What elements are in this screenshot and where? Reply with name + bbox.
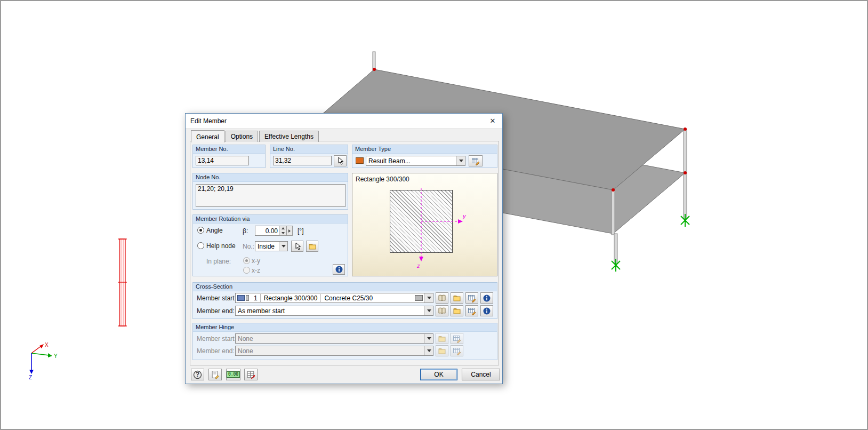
chevron-down-icon[interactable] bbox=[424, 293, 433, 302]
tab-general[interactable]: General bbox=[191, 130, 224, 142]
plane-xz-label: x-z bbox=[252, 267, 260, 274]
cancel-button[interactable]: Cancel bbox=[462, 369, 500, 380]
calculator-button[interactable]: 0.00 bbox=[226, 369, 240, 380]
node-no-textarea[interactable]: 21,20; 20,19 bbox=[196, 184, 345, 207]
edit-hinge-button[interactable] bbox=[451, 333, 463, 344]
edit-section-button[interactable] bbox=[465, 292, 478, 304]
column[interactable] bbox=[612, 190, 615, 235]
member-end-section-combo[interactable]: As member start bbox=[235, 306, 433, 316]
help-node-no-label: No.: bbox=[243, 243, 254, 250]
close-icon[interactable]: ✕ bbox=[485, 115, 501, 127]
help-button[interactable]: ? bbox=[191, 369, 204, 380]
section-shape-swatch bbox=[246, 295, 249, 301]
hinge-end-combo[interactable]: None bbox=[235, 346, 433, 356]
units-settings-button[interactable] bbox=[244, 369, 258, 380]
group-cross-section: Cross-Section Member start: 1 Rectangle … bbox=[192, 282, 497, 319]
rotation-info-button[interactable] bbox=[333, 264, 345, 275]
column[interactable] bbox=[684, 173, 687, 219]
cancel-button-label: Cancel bbox=[471, 371, 491, 378]
comment-button[interactable] bbox=[208, 369, 222, 380]
member-type-combo[interactable]: Result Beam... bbox=[366, 156, 465, 166]
section-library-button[interactable] bbox=[436, 305, 448, 316]
edit-table-icon bbox=[468, 307, 476, 315]
chevron-down-icon[interactable] bbox=[424, 306, 433, 315]
plane-xz-radio[interactable] bbox=[243, 267, 250, 274]
section-info-button[interactable] bbox=[480, 292, 493, 304]
group-title: Member No. bbox=[193, 145, 265, 154]
comment-pencil-icon bbox=[211, 370, 220, 379]
member-end-section-value: As member start bbox=[236, 307, 424, 315]
chevron-down-icon[interactable] bbox=[424, 346, 433, 355]
rotation-angle-spinbox bbox=[255, 226, 293, 236]
new-section-button[interactable] bbox=[451, 292, 463, 304]
rotation-angle-input[interactable] bbox=[255, 226, 279, 236]
edit-member-type-button[interactable] bbox=[469, 155, 483, 166]
angle-radio[interactable] bbox=[197, 227, 204, 234]
member-no-input[interactable] bbox=[196, 156, 249, 165]
group-title: Member Hinge bbox=[193, 323, 497, 332]
material-color-swatch bbox=[415, 295, 423, 301]
tab-options[interactable]: Options bbox=[226, 131, 258, 142]
member-end-label: Member end: bbox=[197, 307, 235, 315]
group-member-no: Member No. bbox=[192, 145, 266, 168]
member-start-section-combo[interactable]: 1 Rectangle 300/300 Concrete C25/30 bbox=[235, 293, 433, 303]
hinge-start-value: None bbox=[236, 335, 424, 343]
pick-node-button[interactable] bbox=[291, 241, 303, 252]
edit-table-icon bbox=[471, 157, 480, 165]
plane-xy-label: x-y bbox=[252, 257, 260, 265]
ok-button-label: OK bbox=[434, 371, 443, 378]
spinner-buttons[interactable] bbox=[279, 226, 287, 236]
new-node-button[interactable] bbox=[306, 241, 318, 252]
chevron-down-icon[interactable] bbox=[424, 334, 433, 343]
edit-member-dialog: Edit Member ✕ General Options Effective … bbox=[185, 113, 503, 384]
cursor-pick-icon bbox=[336, 157, 344, 165]
axis-triad: X Y Z bbox=[29, 342, 58, 380]
new-section-button[interactable] bbox=[451, 305, 463, 316]
pick-line-button[interactable] bbox=[334, 155, 347, 166]
support-icon[interactable] bbox=[612, 259, 620, 272]
edit-section-button[interactable] bbox=[465, 305, 478, 316]
new-folder-icon bbox=[308, 242, 317, 251]
new-hinge-button[interactable] bbox=[436, 345, 448, 356]
edit-hinge-button[interactable] bbox=[451, 345, 463, 356]
column[interactable] bbox=[373, 52, 375, 70]
library-book-icon bbox=[438, 294, 446, 302]
new-folder-icon bbox=[438, 335, 446, 343]
dialog-title: Edit Member bbox=[190, 117, 227, 125]
chevron-down-icon[interactable] bbox=[279, 242, 287, 251]
selected-member[interactable] bbox=[118, 239, 127, 326]
new-folder-icon bbox=[453, 307, 461, 315]
units-table-icon bbox=[246, 370, 255, 379]
new-hinge-button[interactable] bbox=[436, 333, 448, 344]
dialog-titlebar[interactable]: Edit Member ✕ bbox=[186, 114, 502, 129]
ok-button[interactable]: OK bbox=[420, 369, 457, 380]
section-info-button[interactable] bbox=[480, 305, 493, 316]
hinge-start-combo[interactable]: None bbox=[235, 333, 433, 344]
section-library-button[interactable] bbox=[436, 292, 448, 304]
line-no-input[interactable] bbox=[273, 156, 332, 165]
help-node-combo[interactable]: Inside bbox=[255, 241, 288, 251]
help-node-value: Inside bbox=[255, 243, 279, 250]
detail-arrow-button[interactable] bbox=[287, 226, 293, 236]
tab-effective-lengths[interactable]: Effective Lengths bbox=[259, 131, 319, 142]
member-type-value: Result Beam... bbox=[366, 157, 456, 165]
axis-z-arrow bbox=[29, 370, 34, 374]
group-title: Line No. bbox=[270, 145, 348, 154]
axis-y-arrow bbox=[48, 353, 52, 357]
calculator-display: 0.00 bbox=[227, 371, 240, 378]
column[interactable] bbox=[684, 129, 687, 174]
plane-xy-radio[interactable] bbox=[243, 257, 250, 264]
help-node-radio[interactable] bbox=[197, 242, 204, 249]
support-icon[interactable] bbox=[681, 214, 689, 227]
axis-y-label: Y bbox=[54, 353, 58, 359]
axis-y-arrow bbox=[458, 219, 463, 224]
cross-section-preview: Rectangle 300/300 y z bbox=[352, 173, 497, 276]
chevron-down-icon[interactable] bbox=[456, 156, 465, 165]
in-plane-label: In plane: bbox=[206, 258, 231, 265]
angle-radio-label: Angle bbox=[206, 227, 223, 234]
new-folder-icon bbox=[438, 347, 446, 355]
hinge-end-label: Member end: bbox=[197, 347, 235, 355]
axis-x-label: X bbox=[45, 342, 49, 348]
group-title: Cross-Section bbox=[193, 283, 497, 291]
beta-label: β: bbox=[243, 227, 248, 235]
